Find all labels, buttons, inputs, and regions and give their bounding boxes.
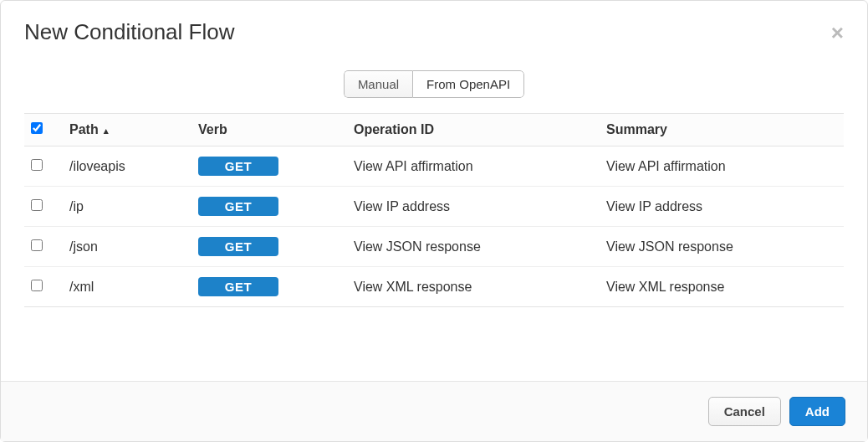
close-icon[interactable]: × — [831, 22, 844, 44]
verb-badge: GET — [198, 237, 278, 256]
verb-badge: GET — [198, 157, 278, 176]
row-checkbox[interactable] — [31, 199, 43, 211]
table-body: /iloveapisGETView API affirmationView AP… — [24, 146, 844, 307]
header-verb[interactable]: Verb — [191, 114, 347, 146]
dialog-header: New Conditional Flow × — [1, 1, 867, 57]
tab-manual[interactable]: Manual — [344, 70, 412, 98]
row-checkbox[interactable] — [31, 239, 43, 251]
cell-path: /iloveapis — [63, 146, 191, 187]
table-row: /iloveapisGETView API affirmationView AP… — [24, 146, 844, 187]
dialog: New Conditional Flow × Manual From OpenA… — [0, 0, 868, 442]
verb-badge: GET — [198, 277, 278, 296]
cell-operation-id: View XML response — [347, 267, 600, 307]
cell-path: /xml — [63, 267, 191, 307]
dialog-footer: Cancel Add — [1, 381, 867, 441]
cell-operation-id: View JSON response — [347, 227, 600, 267]
row-checkbox[interactable] — [31, 159, 43, 171]
cell-operation-id: View IP address — [347, 187, 600, 227]
cell-summary: View API affirmation — [600, 146, 844, 187]
table-header-row: Path ▴ Verb Operation ID Summary — [24, 114, 844, 146]
cell-summary: View IP address — [600, 187, 844, 227]
sort-asc-icon: ▴ — [104, 126, 109, 136]
tab-openapi[interactable]: From OpenAPI — [412, 70, 524, 98]
cancel-button[interactable]: Cancel — [708, 397, 781, 426]
cell-operation-id: View API affirmation — [347, 146, 600, 187]
select-all-checkbox[interactable] — [31, 122, 43, 134]
header-operation-id[interactable]: Operation ID — [347, 114, 600, 146]
header-path-label: Path — [69, 122, 99, 136]
operations-table: Path ▴ Verb Operation ID Summary /ilovea… — [24, 113, 844, 307]
cell-summary: View XML response — [600, 267, 844, 307]
add-button[interactable]: Add — [789, 397, 845, 426]
table-row: /ipGETView IP addressView IP address — [24, 187, 844, 227]
table-row: /xmlGETView XML responseView XML respons… — [24, 267, 844, 307]
header-summary[interactable]: Summary — [600, 114, 844, 146]
cell-summary: View JSON response — [600, 227, 844, 267]
tab-bar: Manual From OpenAPI — [1, 70, 867, 98]
header-select-all — [24, 114, 63, 146]
verb-badge: GET — [198, 197, 278, 216]
header-path[interactable]: Path ▴ — [63, 114, 191, 146]
cell-path: /json — [63, 227, 191, 267]
cell-path: /ip — [63, 187, 191, 227]
row-checkbox[interactable] — [31, 280, 43, 291]
dialog-title: New Conditional Flow — [24, 19, 234, 45]
table-row: /jsonGETView JSON responseView JSON resp… — [24, 227, 844, 267]
tab-group: Manual From OpenAPI — [344, 70, 524, 98]
